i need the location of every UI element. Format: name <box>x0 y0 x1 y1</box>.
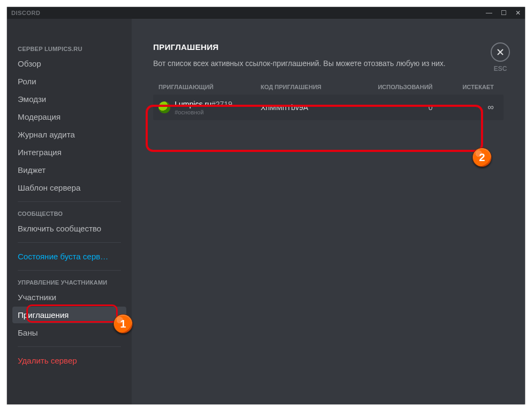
close-area: ESC <box>491 42 510 72</box>
sidebar-item-audit[interactable]: Журнал аудита <box>12 126 126 143</box>
titlebar: DISCORD — ☐ ✕ <box>7 7 525 19</box>
app-body: СЕРВЕР LUMPICS.RU Обзор Роли Эмодзи Моде… <box>7 19 525 404</box>
table-header: ПРИГЛАШАЮЩИЙ КОД ПРИГЛАШЕНИЯ ИСПОЛЬЗОВАН… <box>153 79 504 95</box>
page-title: ПРИГЛАШЕНИЯ <box>153 42 504 52</box>
inviter-discriminator: #2719 <box>211 100 232 108</box>
sidebar-item-bans[interactable]: Баны <box>12 324 126 341</box>
sidebar-separator <box>18 346 121 347</box>
sidebar-separator <box>18 270 121 271</box>
sidebar-item-invites[interactable]: Приглашения <box>12 307 126 323</box>
sidebar-item-emoji[interactable]: Эмодзи <box>12 91 126 107</box>
sidebar-item-members[interactable]: Участники <box>12 289 126 306</box>
close-label: ESC <box>491 65 510 72</box>
table-row[interactable]: Lumpics.ru#2719 #основной XnMMnTbv9A 0 ∞ <box>153 95 504 120</box>
th-uses: ИСПОЛЬЗОВАНИЙ <box>352 84 433 90</box>
settings-content: ESC ПРИГЛАШЕНИЯ Вот список всех активных… <box>132 19 525 404</box>
sidebar-header-server: СЕРВЕР LUMPICS.RU <box>12 42 126 55</box>
td-code: XnMMnTbv9A <box>261 103 352 112</box>
page-subtitle: Вот список всех активных ссылок-приглаше… <box>153 59 504 68</box>
invites-table: ПРИГЛАШАЮЩИЙ КОД ПРИГЛАШЕНИЯ ИСПОЛЬЗОВАН… <box>153 79 504 120</box>
sidebar-header-community: СООБЩЕСТВО <box>12 207 126 220</box>
window-controls: — ☐ ✕ <box>486 10 521 16</box>
sidebar-item-moderation[interactable]: Модерация <box>12 108 126 125</box>
th-code: КОД ПРИГЛАШЕНИЯ <box>261 84 352 90</box>
minimize-icon[interactable]: — <box>486 10 492 16</box>
sidebar-item-template[interactable]: Шаблон сервера <box>12 179 126 196</box>
inviter-channel: #основной <box>175 109 232 116</box>
close-settings-button[interactable] <box>491 42 510 62</box>
settings-sidebar: СЕРВЕР LUMPICS.RU Обзор Роли Эмодзи Моде… <box>7 19 132 404</box>
td-expires: ∞ <box>433 103 498 112</box>
sidebar-header-user-mgmt: УПРАВЛЕНИЕ УЧАСТНИКАМИ <box>12 276 126 289</box>
inviter-text: Lumpics.ru#2719 #основной <box>175 99 232 116</box>
inviter-name: Lumpics.ru <box>175 100 211 108</box>
td-uses: 0 <box>352 103 433 112</box>
sidebar-separator <box>18 242 121 243</box>
app-title: DISCORD <box>11 10 40 16</box>
sidebar-item-integration[interactable]: Интеграция <box>12 144 126 161</box>
td-inviter: Lumpics.ru#2719 #основной <box>159 99 261 116</box>
avatar <box>159 101 170 113</box>
sidebar-item-roles[interactable]: Роли <box>12 73 126 90</box>
close-window-icon[interactable]: ✕ <box>515 10 521 16</box>
app-window: DISCORD — ☐ ✕ СЕРВЕР LUMPICS.RU Обзор Ро… <box>6 6 526 405</box>
th-expires: ИСТЕКАЕТ <box>433 84 498 90</box>
sidebar-item-boost-status[interactable]: Состояние буста серв… <box>12 248 126 265</box>
sidebar-item-delete-server[interactable]: Удалить сервер <box>12 352 126 369</box>
close-icon <box>496 48 505 56</box>
sidebar-item-overview[interactable]: Обзор <box>12 55 126 72</box>
sidebar-item-enable-community[interactable]: Включить сообщество <box>12 220 126 237</box>
th-inviter: ПРИГЛАШАЮЩИЙ <box>159 84 261 90</box>
maximize-icon[interactable]: ☐ <box>501 10 507 16</box>
sidebar-item-widget[interactable]: Виджет <box>12 162 126 178</box>
sidebar-separator <box>18 201 121 202</box>
